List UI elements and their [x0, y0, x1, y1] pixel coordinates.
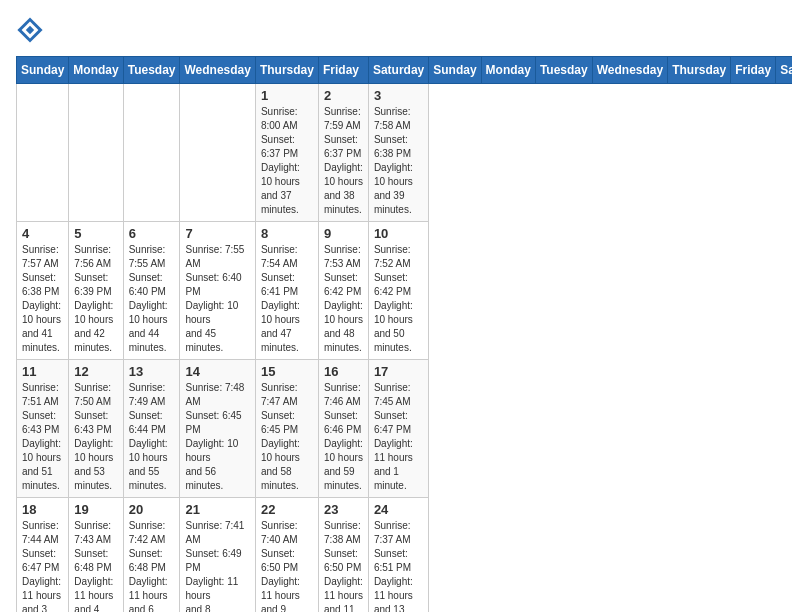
calendar-cell: 1Sunrise: 8:00 AM Sunset: 6:37 PM Daylig…	[255, 84, 318, 222]
day-of-week-header: Thursday	[668, 57, 731, 84]
calendar-cell: 18Sunrise: 7:44 AM Sunset: 6:47 PM Dayli…	[17, 498, 69, 613]
page-header	[16, 16, 776, 44]
day-number: 17	[374, 364, 423, 379]
day-info: Sunrise: 7:41 AM Sunset: 6:49 PM Dayligh…	[185, 519, 249, 612]
calendar-cell: 12Sunrise: 7:50 AM Sunset: 6:43 PM Dayli…	[69, 360, 123, 498]
day-of-week-header: Tuesday	[123, 57, 180, 84]
day-info: Sunrise: 7:42 AM Sunset: 6:48 PM Dayligh…	[129, 519, 175, 612]
day-info: Sunrise: 7:54 AM Sunset: 6:41 PM Dayligh…	[261, 243, 313, 355]
day-of-week-header: Thursday	[255, 57, 318, 84]
day-info: Sunrise: 7:55 AM Sunset: 6:40 PM Dayligh…	[185, 243, 249, 355]
logo	[16, 16, 48, 44]
day-number: 10	[374, 226, 423, 241]
calendar-week-row: 1Sunrise: 8:00 AM Sunset: 6:37 PM Daylig…	[17, 84, 793, 222]
calendar-cell: 19Sunrise: 7:43 AM Sunset: 6:48 PM Dayli…	[69, 498, 123, 613]
calendar-cell: 10Sunrise: 7:52 AM Sunset: 6:42 PM Dayli…	[368, 222, 428, 360]
day-number: 2	[324, 88, 363, 103]
day-info: Sunrise: 7:53 AM Sunset: 6:42 PM Dayligh…	[324, 243, 363, 355]
day-info: Sunrise: 7:43 AM Sunset: 6:48 PM Dayligh…	[74, 519, 117, 612]
day-number: 24	[374, 502, 423, 517]
calendar-week-row: 18Sunrise: 7:44 AM Sunset: 6:47 PM Dayli…	[17, 498, 793, 613]
calendar-cell: 5Sunrise: 7:56 AM Sunset: 6:39 PM Daylig…	[69, 222, 123, 360]
day-number: 5	[74, 226, 117, 241]
day-number: 18	[22, 502, 63, 517]
day-number: 23	[324, 502, 363, 517]
day-info: Sunrise: 7:47 AM Sunset: 6:45 PM Dayligh…	[261, 381, 313, 493]
day-of-week-header: Monday	[481, 57, 535, 84]
day-info: Sunrise: 7:49 AM Sunset: 6:44 PM Dayligh…	[129, 381, 175, 493]
day-info: Sunrise: 7:48 AM Sunset: 6:45 PM Dayligh…	[185, 381, 249, 493]
logo-icon	[16, 16, 44, 44]
day-info: Sunrise: 7:45 AM Sunset: 6:47 PM Dayligh…	[374, 381, 423, 493]
day-of-week-header: Tuesday	[535, 57, 592, 84]
calendar-cell: 22Sunrise: 7:40 AM Sunset: 6:50 PM Dayli…	[255, 498, 318, 613]
calendar-cell: 23Sunrise: 7:38 AM Sunset: 6:50 PM Dayli…	[318, 498, 368, 613]
calendar-cell: 20Sunrise: 7:42 AM Sunset: 6:48 PM Dayli…	[123, 498, 180, 613]
day-of-week-header: Saturday	[368, 57, 428, 84]
day-number: 11	[22, 364, 63, 379]
day-of-week-header: Saturday	[776, 57, 792, 84]
calendar-cell: 2Sunrise: 7:59 AM Sunset: 6:37 PM Daylig…	[318, 84, 368, 222]
calendar-cell	[17, 84, 69, 222]
day-of-week-header: Wednesday	[180, 57, 255, 84]
day-number: 16	[324, 364, 363, 379]
day-of-week-header: Wednesday	[592, 57, 667, 84]
day-number: 13	[129, 364, 175, 379]
day-info: Sunrise: 7:59 AM Sunset: 6:37 PM Dayligh…	[324, 105, 363, 217]
day-number: 4	[22, 226, 63, 241]
calendar-cell: 21Sunrise: 7:41 AM Sunset: 6:49 PM Dayli…	[180, 498, 255, 613]
day-info: Sunrise: 7:50 AM Sunset: 6:43 PM Dayligh…	[74, 381, 117, 493]
calendar-cell: 3Sunrise: 7:58 AM Sunset: 6:38 PM Daylig…	[368, 84, 428, 222]
day-number: 14	[185, 364, 249, 379]
day-info: Sunrise: 7:56 AM Sunset: 6:39 PM Dayligh…	[74, 243, 117, 355]
day-info: Sunrise: 7:44 AM Sunset: 6:47 PM Dayligh…	[22, 519, 63, 612]
day-of-week-header: Monday	[69, 57, 123, 84]
day-number: 15	[261, 364, 313, 379]
calendar-week-row: 4Sunrise: 7:57 AM Sunset: 6:38 PM Daylig…	[17, 222, 793, 360]
day-info: Sunrise: 7:58 AM Sunset: 6:38 PM Dayligh…	[374, 105, 423, 217]
day-number: 22	[261, 502, 313, 517]
day-info: Sunrise: 8:00 AM Sunset: 6:37 PM Dayligh…	[261, 105, 313, 217]
calendar-cell: 16Sunrise: 7:46 AM Sunset: 6:46 PM Dayli…	[318, 360, 368, 498]
calendar-cell: 9Sunrise: 7:53 AM Sunset: 6:42 PM Daylig…	[318, 222, 368, 360]
day-info: Sunrise: 7:52 AM Sunset: 6:42 PM Dayligh…	[374, 243, 423, 355]
day-info: Sunrise: 7:40 AM Sunset: 6:50 PM Dayligh…	[261, 519, 313, 612]
calendar-cell: 7Sunrise: 7:55 AM Sunset: 6:40 PM Daylig…	[180, 222, 255, 360]
calendar-cell	[180, 84, 255, 222]
calendar-cell: 11Sunrise: 7:51 AM Sunset: 6:43 PM Dayli…	[17, 360, 69, 498]
day-number: 3	[374, 88, 423, 103]
day-info: Sunrise: 7:38 AM Sunset: 6:50 PM Dayligh…	[324, 519, 363, 612]
calendar-table: SundayMondayTuesdayWednesdayThursdayFrid…	[16, 56, 792, 612]
day-number: 7	[185, 226, 249, 241]
calendar-cell	[69, 84, 123, 222]
day-number: 9	[324, 226, 363, 241]
calendar-cell: 6Sunrise: 7:55 AM Sunset: 6:40 PM Daylig…	[123, 222, 180, 360]
day-number: 20	[129, 502, 175, 517]
day-number: 8	[261, 226, 313, 241]
day-of-week-header: Sunday	[429, 57, 481, 84]
calendar-cell: 4Sunrise: 7:57 AM Sunset: 6:38 PM Daylig…	[17, 222, 69, 360]
day-info: Sunrise: 7:51 AM Sunset: 6:43 PM Dayligh…	[22, 381, 63, 493]
day-info: Sunrise: 7:46 AM Sunset: 6:46 PM Dayligh…	[324, 381, 363, 493]
calendar-cell: 14Sunrise: 7:48 AM Sunset: 6:45 PM Dayli…	[180, 360, 255, 498]
day-number: 12	[74, 364, 117, 379]
day-info: Sunrise: 7:57 AM Sunset: 6:38 PM Dayligh…	[22, 243, 63, 355]
calendar-cell: 17Sunrise: 7:45 AM Sunset: 6:47 PM Dayli…	[368, 360, 428, 498]
calendar-cell	[123, 84, 180, 222]
day-of-week-header: Friday	[318, 57, 368, 84]
day-number: 1	[261, 88, 313, 103]
calendar-cell: 13Sunrise: 7:49 AM Sunset: 6:44 PM Dayli…	[123, 360, 180, 498]
calendar-week-row: 11Sunrise: 7:51 AM Sunset: 6:43 PM Dayli…	[17, 360, 793, 498]
day-number: 6	[129, 226, 175, 241]
calendar-header-row: SundayMondayTuesdayWednesdayThursdayFrid…	[17, 57, 793, 84]
calendar-cell: 15Sunrise: 7:47 AM Sunset: 6:45 PM Dayli…	[255, 360, 318, 498]
day-of-week-header: Sunday	[17, 57, 69, 84]
day-number: 19	[74, 502, 117, 517]
day-of-week-header: Friday	[731, 57, 776, 84]
day-number: 21	[185, 502, 249, 517]
calendar-cell: 24Sunrise: 7:37 AM Sunset: 6:51 PM Dayli…	[368, 498, 428, 613]
day-info: Sunrise: 7:55 AM Sunset: 6:40 PM Dayligh…	[129, 243, 175, 355]
day-info: Sunrise: 7:37 AM Sunset: 6:51 PM Dayligh…	[374, 519, 423, 612]
calendar-cell: 8Sunrise: 7:54 AM Sunset: 6:41 PM Daylig…	[255, 222, 318, 360]
